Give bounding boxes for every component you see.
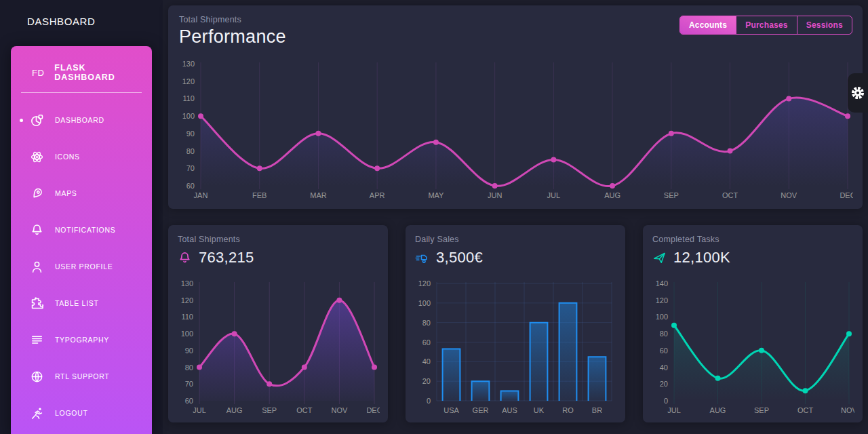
svg-text:JUN: JUN — [488, 191, 502, 199]
svg-text:60: 60 — [660, 347, 668, 355]
stat-cards-row: Total Shipments 763,215 6070809010011012… — [168, 225, 863, 422]
sidebar-item-label: TYPOGRAPHY — [55, 336, 109, 344]
sidebar-item-label: DASHBOARD — [55, 116, 104, 124]
main-content: Total Shipments Performance AccountsPurc… — [163, 0, 868, 434]
daily-sales-card: Daily Sales 3,500€ 020406080100120USAGER… — [406, 225, 625, 422]
tab-purchases[interactable]: Purchases — [736, 16, 797, 34]
svg-text:AUG: AUG — [604, 191, 620, 199]
sidebar-item-icons[interactable]: ICONS — [11, 138, 152, 175]
total-shipments-chart: 60708090100110120130JULAUGSEPOCTNOVDEC — [176, 278, 380, 417]
tab-sessions[interactable]: Sessions — [797, 16, 852, 34]
svg-text:100: 100 — [418, 299, 431, 307]
svg-text:GER: GER — [473, 406, 489, 414]
sidebar-item-dashboard[interactable]: DASHBOARD — [11, 102, 152, 138]
sidebar-nav: DASHBOARDICONSMAPSNOTIFICATIONSUSER PROF… — [11, 93, 152, 431]
svg-text:100: 100 — [181, 330, 193, 338]
stat-value: 3,500€ — [436, 249, 483, 267]
svg-text:USA: USA — [443, 406, 459, 414]
puzzle-icon — [30, 296, 44, 311]
sidebar-item-label: NOTIFICATIONS — [55, 226, 115, 234]
sidebar-item-maps[interactable]: MAPS — [11, 175, 152, 212]
svg-text:AUG: AUG — [226, 406, 243, 414]
svg-text:SEP: SEP — [664, 191, 679, 199]
sidebar-item-label: RTL SUPPORT — [55, 372, 109, 380]
sidebar-logo-initials[interactable]: FD — [32, 68, 44, 78]
globe-icon — [30, 370, 44, 384]
svg-text:120: 120 — [418, 279, 431, 288]
svg-text:MAY: MAY — [428, 191, 444, 199]
sidebar-item-rtl-support[interactable]: RTL SUPPORT — [11, 358, 152, 395]
svg-text:60: 60 — [186, 182, 195, 190]
align-lines-icon — [30, 333, 44, 347]
svg-text:40: 40 — [660, 363, 668, 372]
svg-text:JUL: JUL — [547, 191, 561, 199]
svg-text:OCT: OCT — [797, 406, 814, 414]
stat-value: 12,100K — [673, 249, 730, 267]
completed-tasks-card: Completed Tasks 12,100K 0204060801001201… — [643, 225, 863, 422]
app-root: DASHBOARD FD FLASK DASHBOARD DASHBOARDIC… — [0, 0, 868, 434]
navbar-brand[interactable]: DASHBOARD — [27, 16, 95, 27]
sidebar-item-notifications[interactable]: NOTIFICATIONS — [11, 212, 152, 248]
settings-button[interactable] — [848, 73, 868, 113]
svg-text:DEC: DEC — [840, 191, 853, 199]
bell-icon — [30, 223, 44, 237]
sidebar-item-table-list[interactable]: TABLE LIST — [11, 285, 152, 321]
sidebar-item-typography[interactable]: TYPOGRAPHY — [11, 321, 152, 358]
svg-text:80: 80 — [422, 319, 431, 327]
performance-chart: 60708090100110120130JANFEBMARAPRMAYJUNJU… — [178, 58, 853, 202]
svg-text:140: 140 — [656, 279, 668, 288]
pie-chart-icon — [30, 113, 44, 127]
svg-text:80: 80 — [185, 363, 193, 372]
tab-accounts[interactable]: Accounts — [680, 16, 736, 34]
svg-text:60: 60 — [185, 397, 193, 405]
sidebar-item-label: TABLE LIST — [55, 299, 99, 307]
svg-text:JUL: JUL — [667, 406, 681, 414]
svg-text:40: 40 — [422, 357, 431, 366]
svg-text:MAR: MAR — [310, 191, 327, 199]
svg-text:60: 60 — [422, 338, 431, 347]
svg-text:100: 100 — [656, 313, 668, 321]
active-indicator-dot — [20, 119, 23, 122]
sidebar-item-logout[interactable]: LOGOUT — [11, 395, 152, 431]
stat-line: 3,500€ — [415, 249, 616, 267]
svg-text:120: 120 — [656, 296, 668, 304]
atom-icon — [30, 150, 44, 164]
performance-card: Total Shipments Performance AccountsPurc… — [168, 5, 863, 209]
sidebar-item-user-profile[interactable]: USER PROFILE — [11, 248, 152, 285]
svg-text:AUG: AUG — [710, 406, 726, 414]
sidebar: FD FLASK DASHBOARD DASHBOARDICONSMAPSNOT… — [11, 46, 152, 434]
sidebar-item-label: MAPS — [55, 189, 77, 197]
user-icon — [30, 260, 44, 274]
sidebar-item-label: USER PROFILE — [55, 262, 113, 271]
svg-text:0: 0 — [664, 397, 668, 405]
sidebar-logo-text[interactable]: FLASK DASHBOARD — [54, 63, 141, 82]
svg-text:FEB: FEB — [252, 191, 267, 199]
sidebar-item-label: ICONS — [55, 153, 80, 161]
daily-sales-chart: 020406080100120USAGERAUSUKROBR — [414, 278, 617, 417]
completed-tasks-chart: 020406080100120140JULAUGSEPOCTNOV — [651, 278, 854, 417]
svg-text:JUL: JUL — [193, 406, 206, 414]
svg-text:SEP: SEP — [262, 406, 277, 414]
svg-text:130: 130 — [182, 60, 195, 68]
stat-card-title: Completed Tasks — [652, 235, 853, 244]
stat-card-title: Total Shipments — [178, 235, 378, 244]
stat-card-title: Daily Sales — [415, 235, 616, 244]
svg-text:70: 70 — [185, 380, 193, 388]
svg-text:UK: UK — [534, 406, 545, 414]
sidebar-rail: DASHBOARD FD FLASK DASHBOARD DASHBOARDIC… — [0, 0, 163, 434]
svg-text:70: 70 — [186, 164, 195, 172]
running-man-icon — [30, 406, 44, 420]
gear-icon — [850, 85, 865, 100]
svg-text:20: 20 — [660, 380, 668, 388]
svg-text:RO: RO — [562, 406, 574, 414]
svg-text:120: 120 — [182, 77, 195, 85]
svg-text:AUS: AUS — [502, 406, 517, 414]
svg-text:110: 110 — [182, 94, 195, 102]
performance-tab-group: AccountsPurchasesSessions — [679, 16, 852, 35]
svg-text:90: 90 — [185, 347, 193, 355]
pin-icon — [30, 186, 44, 201]
svg-text:BR: BR — [592, 406, 602, 414]
delivery-fast-icon — [415, 251, 429, 265]
stat-line: 763,215 — [178, 249, 378, 267]
svg-text:OCT: OCT — [722, 191, 738, 199]
